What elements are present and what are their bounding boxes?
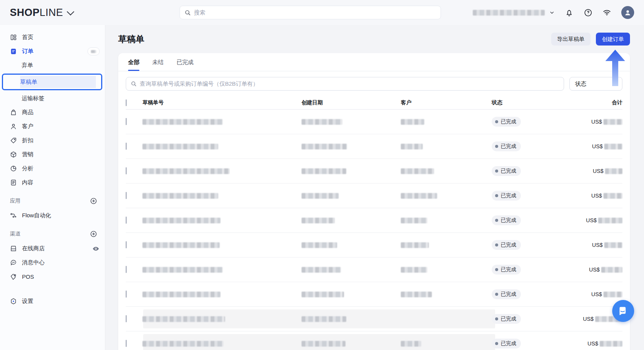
total-cell: US$ [583,341,622,347]
status-dot-icon [495,268,498,271]
chat-bubble-icon [617,305,629,317]
row-checkbox[interactable] [126,143,127,150]
status-badge: 已完成 [492,141,521,151]
tab-open[interactable]: 未结 [152,59,164,71]
status-dot-icon [495,120,498,123]
chat-launcher-button[interactable] [612,300,634,322]
sidebar-item-discounts[interactable]: 折扣 [0,133,105,148]
help-icon [584,8,592,17]
created-date-redacted [302,217,401,224]
notifications-button[interactable] [564,8,574,17]
tab-all[interactable]: 全部 [128,59,139,71]
table-row[interactable]: 已完成US$ [126,257,622,282]
create-order-button[interactable]: 创建订单 [596,33,630,46]
status-dot-icon [495,219,498,222]
bell-icon [565,8,574,17]
status-badge: 已完成 [492,289,521,299]
draft-number-redacted [142,242,302,248]
store-switcher[interactable] [473,10,555,16]
sidebar-item-label: 消息中心 [22,259,45,266]
col-total: 合计 [583,99,622,106]
sidebar-item-analytics[interactable]: 分析 [0,162,105,176]
sidebar-item-label: 运输标签 [22,95,44,102]
sidebar-item-marketing[interactable]: 营销 [0,148,105,162]
customer-redacted [401,118,492,125]
row-checkbox[interactable] [126,241,127,248]
sidebar-item-shipping-labels[interactable]: 运输标签 [0,91,105,105]
flow-icon [10,212,17,219]
col-status: 状态 [492,99,583,106]
created-date-redacted [302,291,401,298]
main-content: 草稿单 导出草稿单 创建订单 全部未结已完成 查询草稿单号或采购订单编号（仅B2… [105,25,644,350]
plus-icon[interactable] [90,197,97,205]
account-avatar[interactable] [621,6,634,19]
status-badge: 已完成 [492,191,521,201]
draft-number-redacted [142,143,302,150]
sidebar-item-label: 折扣 [22,137,33,144]
table-row[interactable]: 已完成US$ [126,134,622,159]
sidebar-item-customers[interactable]: 客户 [0,119,105,133]
status-dot-icon [495,293,498,296]
total-cell: US$ [583,242,622,248]
select-all-checkbox[interactable] [126,99,127,106]
row-checkbox[interactable] [126,266,127,273]
draft-number-redacted [142,118,302,125]
eye-icon[interactable] [92,245,100,253]
sidebar-item-label: Flow自动化 [22,212,51,219]
table-row[interactable]: 已完成US$ [126,307,622,331]
network-status[interactable] [602,8,611,17]
dashboard-icon [10,34,17,41]
total-cell: US$ [583,267,622,273]
sidebar-item-content[interactable]: 内容 [0,176,105,190]
sidebar-item-abandoned-orders[interactable]: 弃单 [0,58,105,72]
draft-search-input[interactable]: 查询草稿单号或采购订单编号（仅B2B订单有） [126,77,564,91]
table-row[interactable]: 已完成US$ [126,233,622,257]
total-cell: US$ [583,193,622,199]
wifi-icon [602,8,611,17]
sidebar-item-online-store[interactable]: 在线商店 [0,242,105,256]
export-drafts-button[interactable]: 导出草稿单 [551,33,591,46]
row-checkbox[interactable] [126,118,127,125]
global-search-input[interactable]: 搜索 [180,6,441,19]
customers-icon [10,123,17,130]
sidebar-item-label: 分析 [22,165,33,172]
help-button[interactable] [583,8,592,17]
plus-icon[interactable] [90,230,97,238]
section-label: 渠道 [10,231,20,237]
row-checkbox[interactable] [126,192,127,199]
table-row[interactable]: 已完成US$ [126,208,622,233]
sidebar-item-draft-orders[interactable]: 草稿单 [2,74,102,90]
orders-count-badge [88,47,100,55]
shopline-logo[interactable]: SHOPLINE [10,7,72,19]
sidebar: 首页订单弃单草稿单运输标签商品客户折扣营销分析内容应用Flow自动化渠道在线商店… [0,25,105,350]
created-date-redacted [302,340,401,347]
sidebar-item-products[interactable]: 商品 [0,105,105,119]
row-checkbox[interactable] [126,340,127,347]
created-date-redacted [302,315,401,322]
table-row[interactable]: 已完成US$ [126,282,622,307]
table-row[interactable]: 已完成US$ [126,110,622,134]
customer-redacted [401,242,492,248]
tab-completed[interactable]: 已完成 [177,59,194,71]
page-title: 草稿单 [118,33,144,45]
customer-redacted [401,143,492,150]
total-cell: US$ [583,291,622,298]
status-filter-select[interactable]: 状态 [569,77,622,91]
sidebar-item-home[interactable]: 首页 [0,30,105,44]
row-checkbox[interactable] [126,167,127,174]
table-row[interactable]: 已完成US$ [126,184,622,208]
total-cell: US$ [583,119,622,125]
sidebar-item-pos[interactable]: POS [0,270,105,284]
created-date-redacted [302,192,401,199]
row-checkbox[interactable] [126,217,127,224]
row-checkbox[interactable] [126,290,127,298]
sidebar-item-message-center[interactable]: 消息中心 [0,256,105,270]
sidebar-item-flow-automation[interactable]: Flow自动化 [0,209,105,223]
table-row[interactable]: 已完成US$ [126,331,622,350]
table-row[interactable]: 已完成US$ [126,159,622,184]
search-placeholder: 搜索 [194,9,205,16]
sidebar-item-orders[interactable]: 订单 [0,44,105,58]
customer-redacted [401,291,492,298]
row-checkbox[interactable] [126,315,127,322]
sidebar-item-settings[interactable]: 设置 [0,294,105,308]
